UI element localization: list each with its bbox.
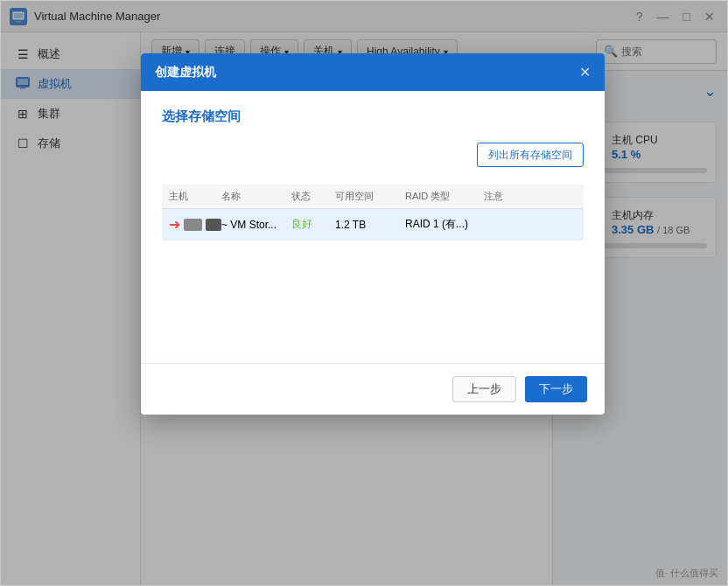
col-status: 状态: [291, 190, 335, 203]
col-host: 主机: [169, 190, 221, 203]
col-raid: RAID 类型: [405, 190, 484, 203]
modal-header: 创建虚拟机 ✕: [141, 53, 605, 91]
back-button[interactable]: 上一步: [452, 376, 516, 402]
row-host: ➜: [169, 216, 221, 233]
modal-close-button[interactable]: ✕: [579, 64, 591, 80]
modal-title: 创建虚拟机: [155, 65, 216, 80]
row-space: 1.2 TB: [335, 219, 405, 231]
row-status: 良好: [291, 217, 335, 232]
modal-overlay: 创建虚拟机 ✕ 选择存储空间 列出所有存储空间 主机 名称 状态 可用空间 RA…: [1, 1, 727, 585]
row-raid: RAID 1 (有...): [405, 217, 484, 232]
app-window: Virtual Machine Manager ? — □ ✕ ☰ 概述: [0, 0, 728, 586]
arrow-indicator: ➜: [169, 216, 180, 233]
modal-section-title: 选择存储空间: [162, 108, 584, 125]
list-storage-button[interactable]: 列出所有存储空间: [477, 143, 584, 167]
col-note: 注意: [484, 190, 577, 203]
storage-table-header: 主机 名称 状态 可用空间 RAID 类型 注意: [162, 185, 584, 209]
row-name: ~ VM Stor...: [221, 219, 291, 231]
modal-body: 选择存储空间 列出所有存储空间 主机 名称 状态 可用空间 RAID 类型 注意: [141, 91, 605, 363]
create-vm-modal: 创建虚拟机 ✕ 选择存储空间 列出所有存储空间 主机 名称 状态 可用空间 RA…: [141, 53, 605, 415]
col-name: 名称: [221, 190, 291, 203]
storage-table-row[interactable]: ➜ ~ VM Stor... 良好 1.2 TB RAID 1 (有...): [162, 209, 584, 241]
col-space: 可用空间: [335, 190, 405, 203]
modal-footer: 上一步 下一步: [141, 363, 605, 415]
next-button[interactable]: 下一步: [525, 376, 587, 402]
modal-empty-space: [162, 241, 584, 345]
list-btn-row: 列出所有存储空间: [162, 143, 584, 178]
